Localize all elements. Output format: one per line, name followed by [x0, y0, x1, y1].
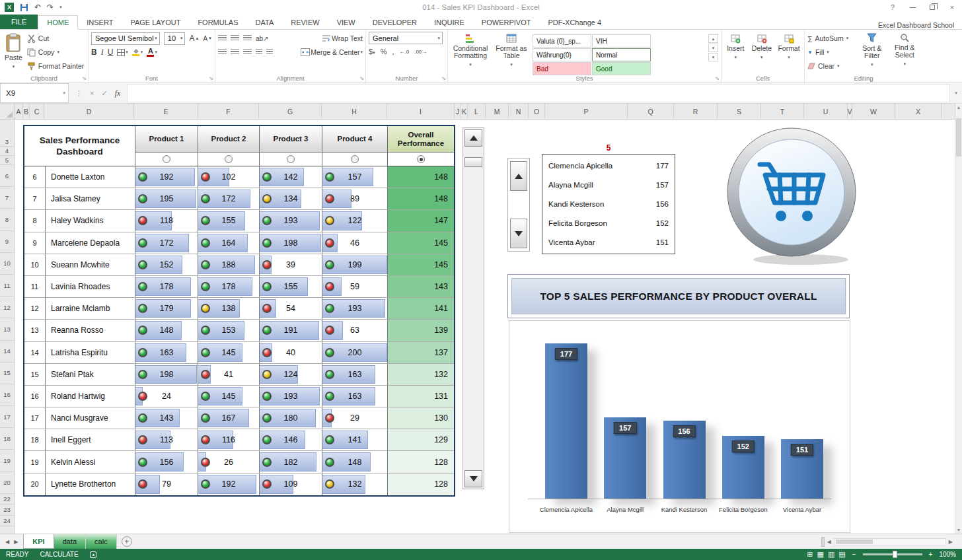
ribbon-tab-file[interactable]: FILE — [0, 15, 38, 29]
spinner-up-button[interactable] — [510, 161, 527, 191]
chart-bar[interactable]: 177 — [545, 343, 587, 499]
sheet-tab-calc[interactable]: calc — [86, 534, 117, 549]
grow-font-button[interactable]: A▲ — [189, 34, 199, 43]
vscroll-up-icon[interactable]: ▲ — [955, 105, 962, 110]
row-header-7[interactable]: 7 — [0, 187, 14, 209]
column-header-u[interactable]: U — [804, 104, 848, 119]
chart-title-banner[interactable]: TOP 5 SALES PERFORMANCE BY PRODUCT OVERA… — [507, 274, 850, 318]
font-name-combobox[interactable]: Segoe UI Semibol▾ — [91, 32, 160, 45]
top5-list-item[interactable]: Felicita Borgeson152 — [542, 214, 675, 232]
cell-style-bad[interactable]: Bad — [533, 62, 591, 75]
delete-cells-button[interactable]: Delete ▾ — [750, 32, 774, 73]
ribbon-tab-data[interactable]: DATA — [247, 16, 283, 29]
align-center-icon[interactable] — [231, 49, 239, 55]
macro-record-icon[interactable] — [90, 551, 96, 558]
ribbon-tab-review[interactable]: REVIEW — [282, 16, 328, 29]
column-header-s[interactable]: S — [718, 104, 761, 119]
table-scrollbar[interactable] — [462, 127, 484, 489]
zoom-slider[interactable] — [863, 553, 922, 555]
vscroll-down-icon[interactable]: ▼ — [955, 528, 962, 532]
page-layout-view-icon[interactable]: ▥ — [828, 550, 834, 559]
row-header-15[interactable]: 15 — [0, 363, 14, 384]
account-name[interactable]: Excel Dashboard School — [878, 21, 962, 29]
metric-radio-product-1[interactable] — [163, 155, 170, 163]
row-header-24[interactable]: 24 — [0, 516, 14, 526]
merge-center-button[interactable]: Merge & Center ▾ — [301, 48, 363, 56]
restore-button[interactable] — [922, 0, 942, 15]
sheet-nav-prev-icon[interactable]: ◀ — [5, 539, 9, 545]
cell-style-good[interactable]: Good — [592, 62, 651, 75]
tab-splitter-handle[interactable] — [821, 537, 825, 547]
zoom-level[interactable]: 100% — [939, 551, 956, 558]
row-header-13[interactable]: 13 — [0, 318, 14, 340]
gallery-down-icon[interactable]: ▼ — [708, 44, 718, 52]
ribbon-tab-developer[interactable]: DEVELOPER — [364, 16, 426, 29]
column-header-w[interactable]: W — [852, 104, 895, 119]
hscroll-right-icon[interactable]: ▶ — [949, 539, 953, 545]
column-header-k[interactable]: K — [461, 104, 468, 119]
grid-settings-icon[interactable]: ⊞ — [807, 550, 813, 559]
bold-button[interactable]: B — [91, 48, 97, 57]
table-scroll-down-button[interactable] — [464, 470, 482, 487]
cancel-icon[interactable]: × — [90, 89, 94, 97]
sort-filter-button[interactable]: Sort & Filter ▾ — [857, 32, 887, 73]
row-header-9[interactable]: 9 — [0, 231, 14, 253]
shopping-cart-icon[interactable] — [723, 125, 864, 266]
ribbon-tab-inquire[interactable]: INQUIRE — [426, 16, 473, 29]
top5-list-item[interactable]: Clemencia Apicella177 — [542, 157, 675, 175]
font-color-button[interactable]: A▾ — [147, 48, 157, 57]
paste-button[interactable]: Paste ▾ — [3, 32, 24, 73]
row-header-6[interactable]: 6 — [0, 165, 14, 187]
column-header-h[interactable]: H — [322, 104, 387, 119]
formula-input[interactable] — [127, 84, 950, 102]
column-header-n[interactable]: N — [509, 104, 529, 119]
ribbon-tab-home[interactable]: HOME — [38, 15, 78, 30]
shrink-font-button[interactable]: A▼ — [203, 35, 212, 42]
format-as-table-button[interactable]: Format as Table ▾ — [493, 32, 530, 73]
metric-radio-product-2[interactable] — [225, 155, 233, 163]
select-all-corner[interactable] — [0, 104, 15, 119]
table-scroll-thumb[interactable] — [464, 157, 482, 167]
zoom-slider-thumb[interactable] — [893, 551, 897, 558]
ribbon-tab-view[interactable]: VIEW — [328, 16, 364, 29]
hscroll-left-icon[interactable]: ◀ — [827, 539, 831, 545]
sheet-nav-next-icon[interactable]: ▶ — [14, 539, 18, 545]
top5-list-item[interactable]: Vicenta Aybar151 — [542, 233, 675, 252]
chart-bar[interactable]: 152 — [722, 436, 764, 499]
column-header-t[interactable]: T — [761, 104, 804, 119]
enter-icon[interactable]: ✓ — [101, 89, 107, 98]
row-header-17[interactable]: 17 — [0, 406, 14, 428]
name-box[interactable]: X9 ▾ — [0, 83, 69, 103]
qat-customize-icon[interactable]: ▾ — [59, 5, 62, 10]
align-left-icon[interactable] — [218, 49, 227, 55]
gallery-more-icon[interactable]: ▼ — [708, 53, 718, 61]
row-header-8[interactable]: 8 — [0, 209, 14, 230]
format-cells-button[interactable]: Format ▾ — [776, 32, 801, 73]
decrease-decimal-button[interactable]: .00→ — [414, 49, 427, 55]
styles-dialog-launcher[interactable]: ⇘ — [715, 75, 720, 81]
sheet-tab-data[interactable]: data — [54, 534, 86, 549]
comma-style-button[interactable]: , — [392, 48, 394, 55]
help-button[interactable]: ? — [883, 0, 903, 15]
conditional-formatting-button[interactable]: Conditional Formatting ▾ — [451, 32, 490, 73]
ribbon-tab-powerpivot[interactable]: POWERPIVOT — [473, 16, 540, 29]
page-break-view-icon[interactable]: ▤ — [838, 550, 845, 559]
row-header-16[interactable]: 16 — [0, 384, 14, 406]
increase-decimal-button[interactable]: ←.0 — [399, 49, 409, 55]
align-bottom-icon[interactable] — [243, 35, 252, 42]
column-header-l[interactable]: L — [468, 104, 486, 119]
metric-radio-overall-performance[interactable] — [417, 155, 425, 163]
column-header-e[interactable]: E — [134, 104, 198, 119]
number-dialog-launcher[interactable]: ⇘ — [441, 75, 446, 81]
horizontal-scrollbar[interactable] — [834, 538, 946, 545]
formula-bar-handle[interactable]: ⋮ — [75, 89, 83, 98]
chart-bar[interactable]: 157 — [604, 417, 646, 499]
new-sheet-button[interactable]: + — [122, 536, 132, 547]
orientation-button[interactable]: ab↗ — [256, 35, 269, 42]
column-header-r[interactable]: R — [674, 104, 718, 119]
metric-radio-product-4[interactable] — [351, 155, 359, 163]
column-header-b[interactable]: B — [23, 104, 30, 119]
clear-button[interactable]: Clear▾ — [807, 59, 854, 73]
column-header-v[interactable]: V — [848, 104, 852, 119]
clipboard-dialog-launcher[interactable]: ⇘ — [82, 75, 87, 81]
